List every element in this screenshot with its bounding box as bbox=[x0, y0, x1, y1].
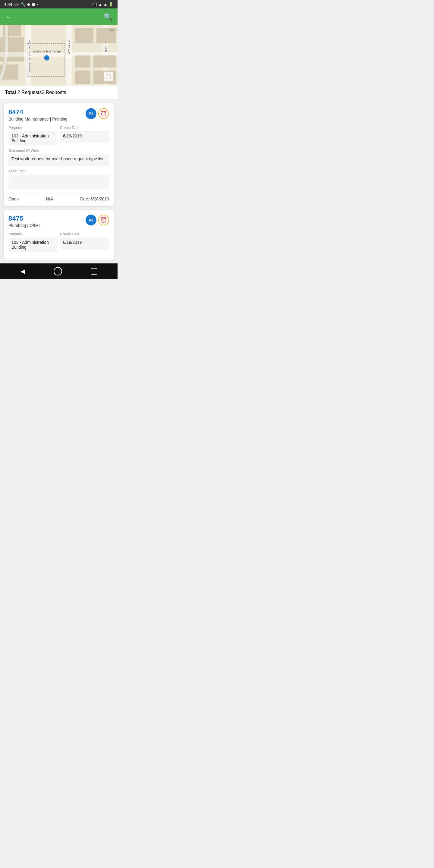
asset-label-1: Asset Item bbox=[8, 169, 109, 173]
card-badges-1: P3 ⏰ bbox=[86, 108, 109, 119]
calendar-icon: ▦ bbox=[32, 2, 35, 7]
svg-text:⛶: ⛶ bbox=[106, 74, 111, 79]
total-bar: Total 2 Requests2 Requests bbox=[0, 86, 118, 100]
svg-rect-13 bbox=[75, 70, 90, 84]
card-due-1: Due: 6/28/2019 bbox=[80, 196, 109, 201]
field-date-col-1: Create Date 6/19/2019 bbox=[60, 126, 109, 146]
dropbox-icon: ◈ bbox=[27, 2, 30, 7]
card-id-2: 8475 bbox=[8, 215, 40, 222]
nav-recents-button[interactable] bbox=[91, 268, 97, 275]
time-display: 4:44 bbox=[4, 2, 12, 7]
wrench-icon: 🔧 bbox=[21, 2, 26, 7]
voicemail-icon: ∞∞ bbox=[13, 2, 19, 7]
search-button[interactable]: 🔍 bbox=[104, 13, 113, 21]
svg-point-24 bbox=[45, 56, 48, 59]
wifi-icon: ▲ bbox=[98, 2, 102, 7]
signal-icon: ▲ bbox=[103, 2, 107, 7]
field-sow-1: Statement Of Work Test work request for … bbox=[8, 149, 109, 166]
property-value-1: 103 - Administration Building bbox=[8, 131, 58, 146]
svg-text:MLK: MLK bbox=[104, 46, 107, 52]
date-value-2: 6/19/2019 bbox=[60, 238, 109, 250]
map-svg: NE 2ND AVE NE 2ND AVE E 3RD AVE MLK NE D… bbox=[0, 25, 118, 86]
property-label-1: Property bbox=[8, 126, 58, 130]
card-status-1: Open bbox=[8, 196, 19, 201]
svg-text:↓: ↓ bbox=[105, 41, 106, 44]
svg-text:Eastside Exchange: Eastside Exchange bbox=[33, 50, 61, 53]
card-title-2: 8475 Plumbing | Other bbox=[8, 215, 40, 228]
svg-text:↑: ↑ bbox=[1, 67, 3, 70]
status-bar: 4:44 ∞∞ 🔧 ◈ ▦ • 📳 ▲ ▲ 🔋 bbox=[0, 0, 118, 8]
badge-p3-1: P3 bbox=[86, 108, 96, 119]
field-property-col-2: Property 103 - Administration Building bbox=[8, 232, 58, 252]
map-container[interactable]: NE 2ND AVE NE 2ND AVE E 3RD AVE MLK NE D… bbox=[0, 25, 118, 86]
sow-value-1: Test work request for user based request… bbox=[8, 154, 109, 166]
total-label: Total bbox=[5, 90, 16, 95]
date-value-1: 6/19/2019 bbox=[60, 131, 109, 143]
request-card-2[interactable]: 8475 Plumbing | Other P3 ⏰ Property 103 … bbox=[4, 210, 114, 260]
card-badges-2: P3 ⏰ bbox=[86, 215, 109, 225]
property-label-2: Property bbox=[8, 232, 58, 236]
svg-rect-2 bbox=[0, 37, 24, 61]
back-button[interactable]: ← bbox=[5, 13, 12, 21]
app-bar: ← 🔍 bbox=[0, 8, 118, 25]
field-asset-1: Asset Item bbox=[8, 169, 109, 189]
nav-home-button[interactable] bbox=[54, 267, 62, 276]
svg-rect-9 bbox=[75, 28, 93, 43]
card-type-1: Building Maintenance | Painting bbox=[8, 117, 67, 121]
status-right: 📳 ▲ ▲ 🔋 bbox=[92, 2, 113, 7]
cards-container: 8474 Building Maintenance | Painting P3 … bbox=[0, 100, 118, 264]
dot-icon: • bbox=[37, 2, 38, 7]
fields-row-1: Property 103 - Administration Building C… bbox=[8, 126, 109, 146]
svg-text:E 3RD AVE: E 3RD AVE bbox=[67, 40, 70, 54]
badge-alarm-1: ⏰ bbox=[98, 108, 109, 119]
field-date-col-2: Create Date 6/19/2019 bbox=[60, 232, 109, 252]
status-left: 4:44 ∞∞ 🔧 ◈ ▦ • bbox=[4, 2, 38, 7]
sow-label-1: Statement Of Work bbox=[8, 149, 109, 153]
nav-bar: ◀ bbox=[0, 264, 118, 279]
date-label-1: Create Date bbox=[60, 126, 109, 130]
battery-icon: 🔋 bbox=[108, 2, 113, 7]
property-value-2: 103 - Administration Building bbox=[8, 238, 58, 252]
svg-text:NE 2ND AVE NE 2ND AVE: NE 2ND AVE NE 2ND AVE bbox=[28, 40, 31, 73]
svg-rect-11 bbox=[75, 56, 90, 67]
card-header-1: 8474 Building Maintenance | Painting P3 … bbox=[8, 108, 109, 121]
nav-back-button[interactable]: ◀ bbox=[21, 268, 25, 275]
vibrate-icon: 📳 bbox=[92, 2, 97, 7]
card-extra-1: N/A bbox=[46, 196, 53, 201]
card-title-1: 8474 Building Maintenance | Painting bbox=[8, 108, 67, 121]
badge-alarm-2: ⏰ bbox=[98, 215, 109, 225]
card-type-2: Plumbing | Other bbox=[8, 223, 40, 228]
fields-row-2: Property 103 - Administration Building C… bbox=[8, 232, 109, 252]
date-label-2: Create Date bbox=[60, 232, 109, 236]
request-card-1[interactable]: 8474 Building Maintenance | Painting P3 … bbox=[4, 103, 114, 206]
field-property-col-1: Property 103 - Administration Building bbox=[8, 126, 58, 146]
card-id-1: 8474 bbox=[8, 108, 67, 116]
asset-empty-1 bbox=[8, 175, 109, 189]
card-header-2: 8475 Plumbing | Other P3 ⏰ bbox=[8, 215, 109, 228]
card-footer-1: Open N/A Due: 6/28/2019 bbox=[8, 193, 109, 201]
svg-text:NE DAVIS S: NE DAVIS S bbox=[110, 29, 118, 32]
total-count: 2 Requests bbox=[17, 90, 41, 95]
badge-p3-2: P3 bbox=[86, 215, 96, 225]
svg-rect-12 bbox=[93, 56, 116, 67]
